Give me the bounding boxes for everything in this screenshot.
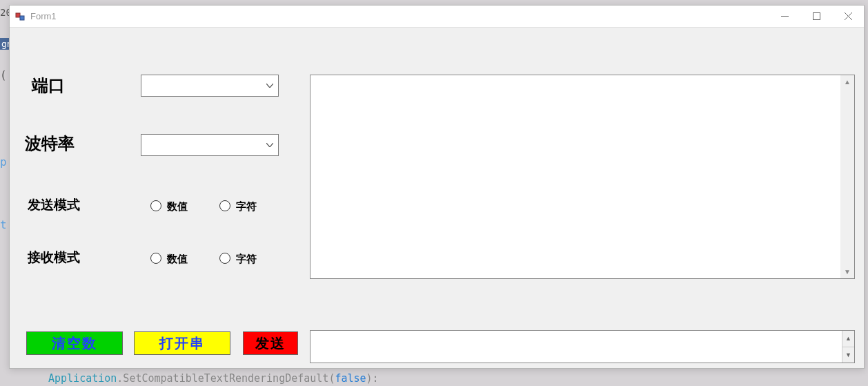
minimize-button[interactable]: [769, 6, 800, 28]
bg-code-line: Application.SetCompatibleTextRenderingDe…: [48, 372, 379, 385]
send-spinner[interactable]: ▲ ▼: [842, 331, 854, 363]
client-area: 端口 波特率 发送模式 数值 字符 接收模式 数值 字符: [10, 28, 864, 368]
main-window: Form1 端口 波特率 发送模式: [9, 5, 865, 369]
app-icon: [15, 11, 26, 22]
svg-rect-1: [20, 16, 24, 20]
window-title: Form1: [30, 11, 57, 21]
send-mode-char-radio[interactable]: [219, 200, 230, 211]
port-label: 端口: [32, 75, 65, 97]
send-mode-numeric-label: 数值: [167, 200, 188, 213]
bg-frag: p: [0, 155, 7, 168]
receive-scrollbar[interactable]: ▲ ▼: [840, 75, 854, 278]
titlebar: Form1: [10, 6, 864, 28]
spinner-down-icon: ▼: [842, 347, 854, 363]
bg-frag: (: [0, 68, 7, 81]
recv-mode-numeric-label: 数值: [167, 253, 188, 266]
close-button[interactable]: [832, 6, 864, 28]
scroll-up-icon: ▲: [844, 78, 851, 86]
send-button[interactable]: 发送: [243, 331, 298, 355]
chevron-down-icon: [262, 135, 278, 155]
receive-textbox[interactable]: ▲ ▼: [310, 75, 855, 279]
baud-label: 波特率: [25, 133, 75, 155]
chevron-down-icon: [262, 75, 278, 96]
svg-rect-0: [16, 13, 20, 17]
baud-combobox[interactable]: [141, 134, 279, 156]
clear-button[interactable]: 清空数: [26, 331, 123, 355]
port-combobox[interactable]: [141, 75, 279, 97]
recv-mode-label: 接收模式: [28, 249, 80, 267]
open-serial-button[interactable]: 打开串: [134, 331, 230, 355]
recv-mode-char-radio[interactable]: [219, 253, 230, 264]
recv-mode-char-label: 字符: [236, 253, 257, 266]
scroll-down-icon: ▼: [844, 268, 851, 276]
recv-mode-numeric-radio[interactable]: [150, 253, 161, 264]
spinner-up-icon: ▲: [842, 331, 854, 347]
bg-frag: t: [0, 218, 7, 231]
send-mode-numeric-radio[interactable]: [150, 200, 161, 211]
maximize-button[interactable]: [800, 6, 832, 28]
send-textbox[interactable]: ▲ ▼: [310, 330, 855, 363]
svg-rect-3: [813, 13, 820, 20]
send-mode-label: 发送模式: [28, 196, 80, 214]
send-mode-char-label: 字符: [236, 200, 257, 213]
